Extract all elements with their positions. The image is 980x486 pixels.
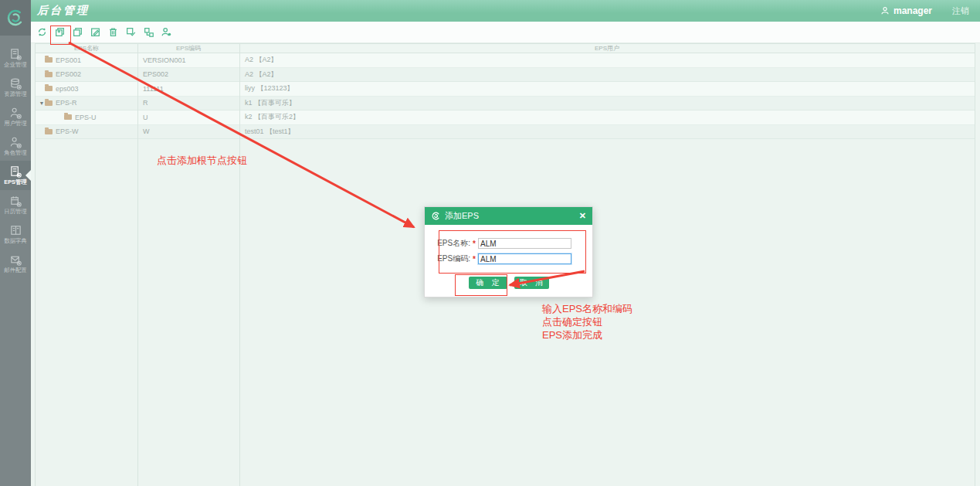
add-eps-dialog: 添加EPS ✕ EPS名称: * EPS编码: * 确 定 取 消 (424, 206, 593, 297)
table-row[interactable]: ▼ EPS-R R k1 【百事可乐】 (36, 97, 975, 111)
eps-name-cell: EPS001 (36, 56, 137, 64)
spiral-logo-icon (431, 211, 441, 221)
eps-name-field-label: EPS名称: (425, 238, 470, 249)
column-header-eps-user: EPS用户 (239, 44, 975, 53)
sidebar-item-calendar[interactable]: 日历管理 (0, 190, 31, 219)
table-row[interactable]: EPS001 VERSION001 A2 【A2】 (36, 53, 975, 68)
required-mark: * (470, 240, 478, 248)
required-mark: * (470, 255, 478, 263)
sidebar-item-label: 用户管理 (4, 120, 26, 126)
folder-icon (45, 86, 53, 91)
eps-name-input[interactable] (478, 238, 571, 249)
delete-icon[interactable] (107, 26, 119, 39)
database-gear-icon (9, 77, 22, 90)
folder-icon (45, 57, 53, 63)
refresh-icon[interactable] (36, 26, 48, 39)
app-window: 企业管理 资源管理 用户管理 (0, 0, 980, 486)
eps-code-cell: W (137, 127, 239, 135)
column-divider (239, 44, 240, 486)
add-node-icon[interactable] (53, 26, 66, 39)
sidebar-item-enterprise[interactable]: 企业管理 (0, 43, 31, 73)
expander-icon[interactable]: ▼ (39, 100, 45, 106)
eps-name-cell: EPS-W (36, 127, 137, 135)
import-icon[interactable] (124, 26, 137, 39)
table-row[interactable]: EPS-W W test01 【test1】 (36, 125, 975, 140)
edit-icon[interactable] (89, 26, 101, 39)
eps-name: eps003 (56, 85, 79, 93)
eps-name-cell: ▼ EPS-R (36, 99, 137, 107)
eps-name-cell: EPS002 (36, 70, 137, 78)
eps-code-cell: VERSION001 (137, 56, 239, 64)
tree-node-icon[interactable] (142, 26, 154, 39)
topbar: 后台管理 manager 注销 (31, 0, 980, 22)
dictionary-icon (9, 224, 22, 237)
sidebar-item-users[interactable]: 用户管理 (0, 102, 31, 131)
topbar-right: manager 注销 (880, 5, 969, 17)
folder-icon (64, 114, 72, 120)
eps-code-cell: 111111 (137, 85, 239, 93)
sidebar-item-eps[interactable]: EPS管理 (0, 161, 31, 190)
dialog-body: EPS名称: * EPS编码: * 确 定 取 消 (425, 225, 592, 297)
sidebar-item-dictionary[interactable]: 数据字典 (0, 219, 31, 249)
sidebar: 企业管理 资源管理 用户管理 (0, 0, 31, 486)
person-icon (880, 6, 890, 15)
close-icon[interactable]: ✕ (579, 212, 586, 220)
eps-name-cell: EPS-U (36, 114, 137, 121)
confirm-button[interactable]: 确 定 (469, 277, 507, 289)
eps-name-field-row: EPS名称: * (425, 237, 592, 250)
column-header-eps-name: EPS名称 (36, 44, 137, 53)
sidebar-nav: 企业管理 资源管理 用户管理 (0, 43, 31, 278)
role-gear-icon (9, 136, 22, 149)
calendar-gear-icon (9, 195, 22, 208)
table-row[interactable]: EPS-U U k2 【百事可乐2】 (36, 110, 975, 125)
toolbar (31, 22, 980, 43)
eps-code-input[interactable] (478, 253, 571, 264)
eps-name: EPS001 (56, 56, 81, 64)
username-label: manager (894, 5, 932, 16)
eps-gear-icon (9, 165, 22, 178)
sidebar-item-label: 数据字典 (4, 237, 26, 243)
sidebar-item-label: 资源管理 (4, 90, 26, 97)
eps-name-cell: eps003 (36, 85, 137, 93)
eps-name: EPS-R (56, 99, 77, 107)
current-user: manager (880, 5, 932, 16)
table-row[interactable]: eps003 111111 liyy 【123123】 (36, 82, 975, 97)
logout-button[interactable]: 注销 (952, 5, 969, 17)
eps-name: EPS-U (75, 114, 97, 121)
sidebar-item-label: 企业管理 (4, 61, 26, 67)
app-logo (0, 0, 31, 36)
sidebar-item-label: 邮件配置 (4, 267, 26, 273)
eps-user-cell: k2 【百事可乐2】 (239, 112, 975, 122)
eps-user-cell: test01 【test1】 (239, 127, 975, 137)
table-row[interactable]: EPS002 EPS002 A2 【A2】 (36, 68, 975, 83)
sidebar-item-label: EPS管理 (4, 178, 26, 185)
active-item-arrow (25, 170, 31, 181)
sidebar-item-mail[interactable]: 邮件配置 (0, 249, 31, 278)
folder-icon (45, 129, 53, 134)
sidebar-item-label: 角色管理 (4, 149, 26, 155)
folder-icon (45, 100, 53, 106)
dialog-buttons: 确 定 取 消 (425, 277, 592, 289)
dialog-titlebar: 添加EPS ✕ (425, 207, 592, 225)
sidebar-item-resources[interactable]: 资源管理 (0, 73, 31, 102)
table-header: EPS名称 EPS编码 EPS用户 (36, 44, 975, 53)
spiral-logo-icon (5, 7, 26, 29)
document-gear-icon (9, 48, 22, 61)
sidebar-item-roles[interactable]: 角色管理 (0, 131, 31, 161)
eps-name: EPS-W (56, 127, 79, 135)
eps-user-cell: A2 【A2】 (239, 70, 975, 80)
dialog-title: 添加EPS (445, 210, 479, 222)
sidebar-item-label: 日历管理 (4, 208, 26, 214)
cancel-button[interactable]: 取 消 (514, 277, 549, 289)
eps-name: EPS002 (56, 70, 81, 78)
copy-node-icon[interactable] (71, 26, 83, 39)
eps-code-field-label: EPS编码: (425, 253, 470, 264)
add-user-icon[interactable] (160, 26, 172, 39)
eps-user-cell: A2 【A2】 (239, 55, 975, 65)
eps-code-cell: R (137, 99, 239, 107)
column-divider (137, 44, 138, 486)
eps-code-cell: EPS002 (137, 70, 239, 78)
folder-icon (45, 72, 53, 77)
column-header-eps-code: EPS编码 (137, 44, 239, 53)
eps-code-cell: U (137, 114, 239, 121)
